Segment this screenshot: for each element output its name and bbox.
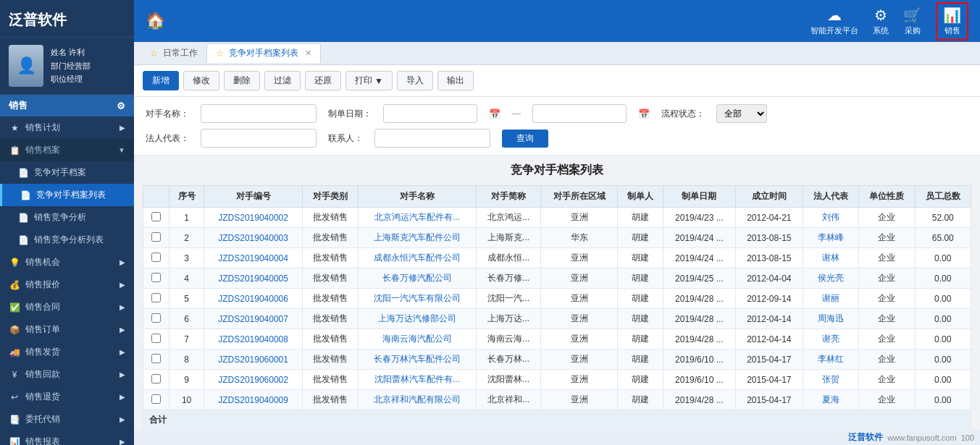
- cell-check[interactable]: [143, 268, 169, 289]
- cell-found-date: 2015-04-17: [735, 349, 803, 370]
- cell-code[interactable]: JZDS2019060002: [204, 370, 302, 390]
- sidebar-item-competitor-list[interactable]: 📄 竞争对手档案列表: [0, 184, 134, 206]
- cell-name[interactable]: 沈阳蕾林汽车配件有...: [359, 370, 477, 390]
- platform-button[interactable]: ☁ 智能开发平台: [811, 7, 858, 36]
- cell-check[interactable]: [143, 289, 169, 309]
- cell-check[interactable]: [143, 370, 169, 390]
- print-button[interactable]: 打印 ▼: [345, 71, 393, 90]
- cell-check[interactable]: [143, 248, 169, 268]
- cell-type: 批发销售: [302, 349, 358, 370]
- import-button[interactable]: 导入: [397, 71, 433, 90]
- export-button[interactable]: 输出: [437, 71, 474, 90]
- cell-name[interactable]: 成都永恒汽车配件公司: [359, 248, 477, 268]
- table-row: 2 JZDS2019040003 批发销售 上海斯克汽车配件公司 上海斯克...…: [143, 228, 971, 248]
- query-button[interactable]: 查询: [502, 130, 548, 148]
- footer-bar: 泛普软件 www.fanpusoft.com 100: [134, 430, 980, 445]
- delete-button[interactable]: 删除: [224, 71, 260, 90]
- cell-seq: 7: [169, 329, 204, 349]
- cell-legal-rep[interactable]: 李林红: [803, 349, 858, 370]
- cell-name[interactable]: 上海斯克汽车配件公司: [359, 228, 477, 248]
- cell-code[interactable]: JZDS2019040003: [204, 228, 302, 248]
- cell-legal-rep[interactable]: 张贺: [803, 370, 858, 390]
- sidebar-item-consignment[interactable]: 📑 委托代销 ▶: [0, 408, 134, 431]
- cell-name[interactable]: 长春万林汽车配件公司: [359, 349, 477, 370]
- cell-name[interactable]: 长春万修汽配公司: [359, 268, 477, 289]
- filter-button[interactable]: 过滤: [264, 71, 301, 90]
- page-title: 竞争对手档案列表: [143, 163, 971, 178]
- cell-name[interactable]: 北京祥和汽配有限公司: [359, 390, 477, 410]
- col-found-date: 成立时间: [735, 186, 803, 208]
- sidebar-item-sales-return[interactable]: ¥ 销售回款 ▶: [0, 363, 134, 386]
- sidebar-item-label: 销售机会: [25, 256, 60, 268]
- cell-code[interactable]: JZDS2019040008: [204, 329, 302, 349]
- order-date-end-input[interactable]: [532, 104, 627, 123]
- footer-version: 100: [961, 433, 974, 442]
- system-button[interactable]: ⚙ 系统: [873, 7, 889, 36]
- cell-legal-rep[interactable]: 周海迅: [803, 309, 858, 329]
- cell-create-date: 2019/4/25 ...: [663, 268, 736, 289]
- cell-legal-rep[interactable]: 谢亮: [803, 329, 858, 349]
- cell-code[interactable]: JZDS2019040002: [204, 208, 302, 228]
- sidebar-item-sales-order[interactable]: 📦 销售订单 ▶: [0, 318, 134, 341]
- home-icon[interactable]: 🏠: [146, 12, 165, 30]
- cell-check[interactable]: [143, 390, 169, 410]
- cell-code[interactable]: JZDS2019040004: [204, 248, 302, 268]
- cell-name[interactable]: 海南云海汽配公司: [359, 329, 477, 349]
- header-right: ☁ 智能开发平台 ⚙ 系统 🛒 采购 📊 销售: [811, 2, 968, 41]
- cell-legal-rep[interactable]: 谢丽: [803, 289, 858, 309]
- gear-icon[interactable]: ⚙: [117, 101, 125, 111]
- cell-code[interactable]: JZDS2019040005: [204, 268, 302, 289]
- sidebar-item-sales-archive[interactable]: 📋 销售档案 ▼: [0, 139, 134, 161]
- purchase-button[interactable]: 🛒 采购: [903, 7, 921, 36]
- cell-code[interactable]: JZDS2019040009: [204, 390, 302, 410]
- sidebar-item-sales-refund[interactable]: ↩ 销售退货 ▶: [0, 386, 134, 408]
- edit-button[interactable]: 修改: [183, 71, 219, 90]
- cell-check[interactable]: [143, 329, 169, 349]
- cell-legal-rep[interactable]: 夏海: [803, 390, 858, 410]
- sidebar-item-sales-delivery[interactable]: 🚚 销售发货 ▶: [0, 341, 134, 363]
- sidebar-item-sales-opportunity[interactable]: 💡 销售机会 ▶: [0, 251, 134, 274]
- cell-create-date: 2019/4/28 ...: [663, 289, 736, 309]
- cell-legal-rep[interactable]: 谢林: [803, 248, 858, 268]
- cell-check[interactable]: [143, 208, 169, 228]
- close-icon[interactable]: ✕: [305, 48, 311, 58]
- sidebar-item-sales-report[interactable]: 📊 销售报表 ▶: [0, 431, 134, 445]
- add-button[interactable]: 新增: [143, 71, 179, 90]
- cell-legal-rep[interactable]: 侯光亮: [803, 268, 858, 289]
- tab-competitor-list[interactable]: ☆ 竞争对手档案列表 ✕: [206, 43, 321, 63]
- cell-name[interactable]: 北京鸿运汽车配件有...: [359, 208, 477, 228]
- cell-name[interactable]: 上海万达汽修部公司: [359, 309, 477, 329]
- cell-check[interactable]: [143, 228, 169, 248]
- sidebar-item-sales-quote[interactable]: 💰 销售报价 ▶: [0, 274, 134, 296]
- cell-abbr: 成都永恒...: [477, 248, 541, 268]
- tab-daily[interactable]: ☆ 日常工作: [141, 44, 206, 62]
- cell-legal-rep[interactable]: 刘伟: [803, 208, 858, 228]
- cell-region: 亚洲: [541, 349, 618, 370]
- cell-name[interactable]: 沈阳一汽汽车有限公司: [359, 289, 477, 309]
- table-row: 8 JZDS2019060001 批发销售 长春万林汽车配件公司 长春万林...…: [143, 349, 971, 370]
- cell-total-employees: 65.00: [915, 228, 971, 248]
- competitor-name-input[interactable]: [201, 104, 317, 123]
- restore-button[interactable]: 还原: [305, 71, 341, 90]
- sidebar-item-sales-competition[interactable]: 📄 销售竞争分析: [0, 206, 134, 229]
- cell-region: 华东: [541, 228, 618, 248]
- cell-code[interactable]: JZDS2019040006: [204, 289, 302, 309]
- sidebar-item-competitor-archive[interactable]: 📄 竞争对手档案: [0, 161, 134, 184]
- col-region: 对手所在区域: [541, 186, 618, 208]
- sidebar-item-sales-plan[interactable]: ★ 销售计划 ▶: [0, 116, 134, 139]
- sales-button[interactable]: 📊 销售: [936, 2, 968, 41]
- cell-unit-type: 企业: [859, 248, 915, 268]
- sidebar-item-sales-contract[interactable]: ✅ 销售合同 ▶: [0, 296, 134, 318]
- cell-check[interactable]: [143, 349, 169, 370]
- cell-check[interactable]: [143, 309, 169, 329]
- cell-code[interactable]: JZDS2019060001: [204, 349, 302, 370]
- cell-seq: 4: [169, 268, 204, 289]
- legal-rep-input[interactable]: [201, 129, 317, 148]
- process-status-select[interactable]: 全部 审批中 已审批 已驳回: [716, 104, 767, 123]
- cell-code[interactable]: JZDS2019040007: [204, 309, 302, 329]
- sidebar-item-sales-competition-list[interactable]: 📄 销售竞争分析列表: [0, 229, 134, 251]
- cell-create-date: 2019/4/28 ...: [663, 390, 736, 410]
- contact-input[interactable]: [374, 129, 490, 148]
- order-date-start-input[interactable]: [383, 104, 477, 123]
- cell-legal-rep[interactable]: 李林峰: [803, 228, 858, 248]
